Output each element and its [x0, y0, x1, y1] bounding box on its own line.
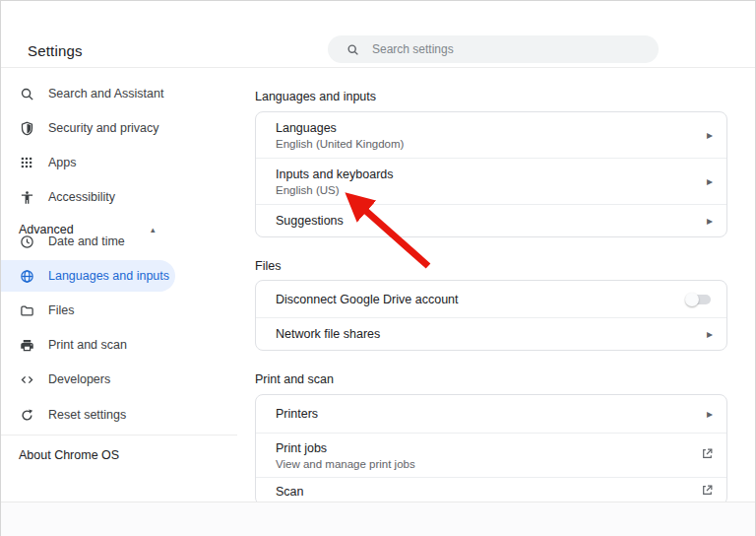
card-files: Disconnect Google Drive account Network …: [255, 280, 727, 351]
row-subtitle: English (US): [276, 184, 726, 196]
row-title: Scan: [276, 485, 726, 499]
chevron-right-icon: ▸: [707, 327, 713, 341]
search-input[interactable]: [372, 42, 608, 56]
sidebar: Search and Assistant Security and privac…: [1, 68, 243, 500]
sidebar-item-date-and-time[interactable]: Date and time: [1, 226, 198, 257]
chevron-right-icon: ▸: [707, 128, 713, 142]
row-printers[interactable]: Printers ▸: [256, 395, 726, 433]
sidebar-item-label: Apps: [48, 156, 77, 169]
google-drive-toggle[interactable]: [685, 293, 711, 306]
card-languages-and-inputs: Languages English (United Kingdom) ▸ Inp…: [255, 111, 727, 237]
printer-icon: [19, 337, 34, 353]
sidebar-item-security-and-privacy[interactable]: Security and privacy: [1, 112, 198, 144]
globe-icon: [19, 268, 34, 284]
row-print-jobs[interactable]: Print jobs View and manage print jobs: [256, 433, 726, 477]
row-disconnect-google-drive[interactable]: Disconnect Google Drive account: [256, 281, 726, 317]
external-link-icon: [701, 446, 714, 464]
sidebar-item-files[interactable]: Files: [1, 295, 198, 326]
external-link-icon: [701, 483, 714, 501]
row-network-file-shares[interactable]: Network file shares ▸: [256, 317, 726, 350]
section-title-files: Files: [255, 259, 281, 273]
row-inputs-and-keyboards[interactable]: Inputs and keyboards English (US) ▸: [256, 158, 726, 204]
sidebar-item-developers[interactable]: Developers: [1, 364, 198, 395]
search-icon: [19, 86, 34, 101]
row-subtitle: View and manage print jobs: [276, 458, 726, 470]
row-title: Inputs and keyboards: [276, 168, 726, 181]
card-print-and-scan: Printers ▸ Print jobs View and manage pr…: [255, 394, 727, 505]
code-icon: [19, 371, 34, 387]
sidebar-item-label: Files: [48, 303, 74, 317]
page-title: Settings: [28, 42, 83, 59]
row-languages[interactable]: Languages English (United Kingdom) ▸: [256, 112, 726, 158]
sidebar-item-label: Print and scan: [48, 338, 127, 352]
sidebar-item-label: Accessibility: [48, 190, 115, 204]
settings-window: Settings Search and Assistant Security a…: [0, 0, 756, 536]
reset-icon: [19, 407, 34, 423]
settings-header: Settings: [1, 1, 755, 68]
about-label: About Chrome OS: [19, 448, 119, 462]
sidebar-item-accessibility[interactable]: Accessibility: [1, 181, 198, 213]
row-scan[interactable]: Scan: [256, 477, 726, 504]
sidebar-item-label: Languages and inputs: [48, 269, 169, 283]
chevron-right-icon: ▸: [707, 214, 713, 228]
row-title: Disconnect Google Drive account: [276, 293, 726, 306]
row-title: Network file shares: [276, 327, 726, 341]
chevron-right-icon: ▸: [707, 174, 713, 188]
sidebar-item-label: Developers: [48, 372, 110, 386]
shelf: 31 M: [1, 502, 755, 536]
shield-icon: [19, 120, 34, 136]
folder-icon: [19, 302, 34, 318]
row-title: Print jobs: [276, 441, 726, 455]
sidebar-item-search-and-assistant[interactable]: Search and Assistant: [1, 78, 198, 109]
section-title-print-and-scan: Print and scan: [255, 372, 334, 386]
sidebar-item-apps[interactable]: Apps: [1, 147, 198, 178]
sidebar-item-label: Reset settings: [48, 408, 126, 422]
accessibility-icon: [19, 189, 34, 205]
row-title: Suggestions: [276, 214, 726, 228]
row-title: Languages: [276, 121, 726, 135]
sidebar-item-about-chrome-os[interactable]: About Chrome OS: [1, 439, 198, 471]
search-icon: [346, 43, 359, 56]
search-bar[interactable]: [328, 35, 659, 63]
row-title: Printers: [276, 407, 726, 421]
sidebar-item-print-and-scan[interactable]: Print and scan: [1, 329, 198, 361]
section-title-languages-and-inputs: Languages and inputs: [255, 90, 376, 103]
row-suggestions[interactable]: Suggestions ▸: [256, 204, 726, 236]
sidebar-item-reset-settings[interactable]: Reset settings: [1, 399, 198, 431]
sidebar-divider: [1, 435, 237, 436]
sidebar-item-label: Date and time: [48, 234, 125, 248]
chevron-right-icon: ▸: [707, 407, 713, 421]
clock-icon: [19, 234, 34, 249]
sidebar-item-languages-and-inputs[interactable]: Languages and inputs: [1, 260, 175, 292]
sidebar-item-label: Search and Assistant: [48, 87, 163, 100]
apps-grid-icon: [19, 155, 34, 170]
row-subtitle: English (United Kingdom): [276, 138, 726, 150]
sidebar-item-label: Security and privacy: [48, 121, 159, 135]
